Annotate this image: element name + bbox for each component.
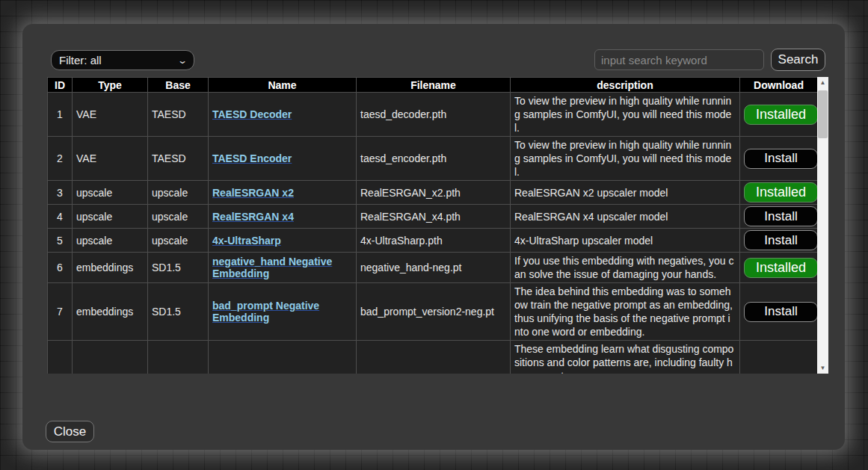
cell-download: Install — [740, 229, 818, 253]
cell-download: Install — [740, 205, 818, 229]
model-name-link[interactable]: RealESRGAN x4 — [212, 211, 294, 223]
table-row: 6 embeddings SD1.5 negative_hand Negativ… — [48, 253, 818, 283]
install-button[interactable]: Install — [744, 149, 818, 169]
install-button[interactable]: Install — [744, 302, 818, 322]
chevron-down-icon: ⌄ — [177, 55, 188, 66]
cell-type: VAE — [73, 93, 148, 137]
cell-filename: negative_hand-neg.pt — [357, 253, 511, 283]
column-header: Filename — [357, 78, 511, 93]
column-header: Type — [73, 78, 148, 93]
cell-description: To view the preview in high quality whil… — [511, 137, 740, 181]
filter-select[interactable]: Filter: all ⌄ — [51, 50, 194, 70]
models-table-container: IDTypeBaseNameFilenamedescriptionDownloa… — [47, 77, 828, 374]
table-row: 4 upscale upscale RealESRGAN x4 RealESRG… — [48, 205, 818, 229]
cell-description: The idea behind this embedding was to so… — [511, 283, 740, 341]
column-header: ID — [48, 78, 73, 93]
search-button[interactable]: Search — [771, 49, 825, 71]
cell-download: Install — [740, 283, 818, 341]
table-header-row: IDTypeBaseNameFilenamedescriptionDownloa… — [48, 78, 818, 93]
cell-name: TAESD Encoder — [209, 137, 357, 181]
model-name-link[interactable]: TAESD Encoder — [212, 152, 292, 164]
cell-filename: 4x-UltraSharp.pth — [357, 229, 511, 253]
table-row: 7 embeddings SD1.5 bad_prompt Negative E… — [48, 283, 818, 341]
scroll-down-icon[interactable]: ▼ — [817, 362, 828, 374]
cell-description: RealESRGAN x4 upscaler model — [511, 205, 740, 229]
cell-base: SD1.5 — [148, 253, 209, 283]
scrollbar-thumb[interactable] — [818, 90, 828, 138]
cell-description: These embedding learn what disgusting co… — [511, 341, 740, 374]
install-button[interactable]: Installed — [744, 258, 818, 278]
cell-id: 5 — [48, 229, 73, 253]
cell-download: Installed — [740, 93, 818, 137]
cell-description: RealESRGAN x2 upscaler model — [511, 181, 740, 205]
cell-base: TAESD — [148, 93, 209, 137]
model-name-link[interactable]: negative_hand Negative Embedding — [212, 256, 332, 279]
cell-type: embeddings — [73, 283, 148, 341]
model-name-link[interactable]: 4x-UltraSharp — [212, 235, 281, 247]
install-button[interactable]: Install — [744, 206, 818, 226]
cell-name: TAESD Decoder — [209, 93, 357, 137]
cell-base: upscale — [148, 205, 209, 229]
cell-filename: taesd_decoder.pth — [357, 93, 511, 137]
column-header: Base — [148, 78, 209, 93]
model-name-link[interactable]: RealESRGAN x2 — [212, 187, 294, 199]
cell-type — [73, 341, 148, 374]
cell-id: 6 — [48, 253, 73, 283]
cell-id: 2 — [48, 137, 73, 181]
cell-id: 1 — [48, 93, 73, 137]
cell-base: SD1.5 — [148, 283, 209, 341]
cell-id — [48, 341, 73, 374]
column-header: Download — [740, 78, 818, 93]
table-row: 5 upscale upscale 4x-UltraSharp 4x-Ultra… — [48, 229, 818, 253]
close-button[interactable]: Close — [46, 421, 94, 442]
model-name-link[interactable]: TAESD Decoder — [212, 108, 292, 120]
cell-name: RealESRGAN x4 — [209, 205, 357, 229]
search-input[interactable] — [594, 49, 764, 70]
cell-download — [740, 341, 818, 374]
cell-type: VAE — [73, 137, 148, 181]
table-row: 3 upscale upscale RealESRGAN x2 RealESRG… — [48, 181, 818, 205]
install-button[interactable]: Installed — [744, 182, 818, 202]
cell-base — [148, 341, 209, 374]
table-row: 2 VAE TAESD TAESD Encoder taesd_encoder.… — [48, 137, 818, 181]
cell-name: RealESRGAN x2 — [209, 181, 357, 205]
cell-name: bad_prompt Negative Embedding — [209, 283, 357, 341]
cell-download: Install — [740, 137, 818, 181]
cell-type: upscale — [73, 229, 148, 253]
table-row: 1 VAE TAESD TAESD Decoder taesd_decoder.… — [48, 93, 818, 137]
cell-download: Installed — [740, 253, 818, 283]
column-header: description — [511, 78, 740, 93]
cell-name: negative_hand Negative Embedding — [209, 253, 357, 283]
cell-id: 7 — [48, 283, 73, 341]
cell-filename: RealESRGAN_x2.pth — [357, 181, 511, 205]
cell-id: 4 — [48, 205, 73, 229]
scroll-up-icon[interactable]: ▲ — [817, 77, 828, 88]
cell-name — [209, 341, 357, 374]
cell-type: embeddings — [73, 253, 148, 283]
cell-filename: bad_prompt_version2-neg.pt — [357, 283, 511, 341]
table-scrollbar[interactable]: ▲ ▼ — [817, 77, 828, 374]
cell-id: 3 — [48, 181, 73, 205]
filter-select-label: Filter: all — [59, 54, 102, 67]
install-button[interactable]: Installed — [744, 105, 818, 125]
cell-download: Installed — [740, 181, 818, 205]
cell-filename — [357, 341, 511, 374]
cell-filename: taesd_encoder.pth — [357, 137, 511, 181]
cell-description: To view the preview in high quality whil… — [511, 93, 740, 137]
model-name-link[interactable]: bad_prompt Negative Embedding — [212, 300, 319, 324]
cell-type: upscale — [73, 181, 148, 205]
column-header: Name — [209, 78, 357, 93]
cell-base: upscale — [148, 229, 209, 253]
cell-type: upscale — [73, 205, 148, 229]
model-manager-dialog: Filter: all ⌄ Search IDTypeBaseNameFilen… — [22, 24, 845, 450]
cell-description: If you use this embedding with negatives… — [511, 253, 740, 283]
cell-name: 4x-UltraSharp — [209, 229, 357, 253]
install-button[interactable]: Install — [744, 230, 818, 250]
table-row: These embedding learn what disgusting co… — [48, 341, 818, 374]
cell-base: TAESD — [148, 137, 209, 181]
cell-filename: RealESRGAN_x4.pth — [357, 205, 511, 229]
cell-base: upscale — [148, 181, 209, 205]
table-body: 1 VAE TAESD TAESD Decoder taesd_decoder.… — [48, 93, 818, 374]
cell-description: 4x-UltraSharp upscaler model — [511, 229, 740, 253]
models-table: IDTypeBaseNameFilenamedescriptionDownloa… — [47, 77, 818, 374]
